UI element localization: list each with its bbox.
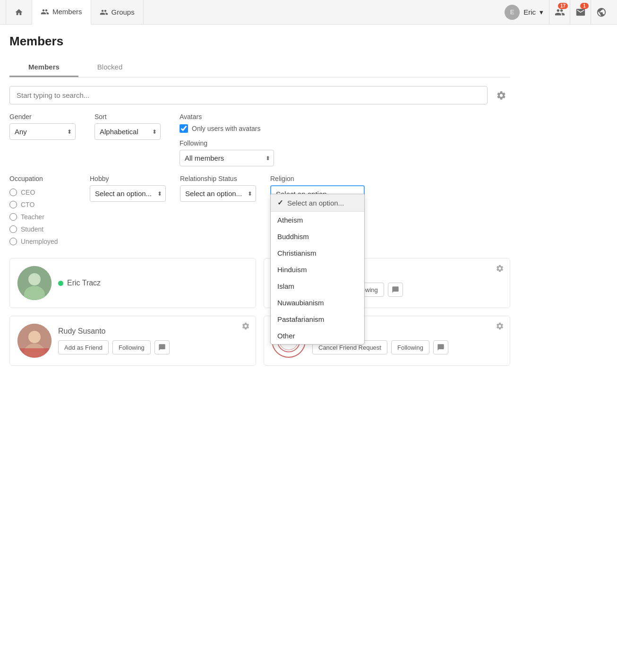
nav-groups-label: Groups — [111, 8, 135, 16]
radio-ceo-input[interactable] — [9, 189, 17, 196]
nav-groups[interactable]: Groups — [91, 0, 144, 25]
member-actions-rudy: Add as Friend Following — [58, 340, 248, 354]
main-content: Members Members Blocked Gender Any Male … — [0, 25, 520, 375]
occupation-filter: Occupation CEO CTO Teacher Student Unemp… — [9, 175, 76, 248]
radio-unemployed-label: Unemployed — [21, 238, 58, 245]
radio-cto-label: CTO — [21, 201, 34, 208]
svg-point-1 — [28, 273, 41, 285]
members-grid: Eric Tracz Matt Jaworski Friend Followi — [9, 258, 510, 366]
religion-option-christianism[interactable]: Christianism — [271, 245, 364, 261]
member-card-rudy-susanto: Rudy Susanto Add as Friend Following — [9, 316, 256, 366]
gender-select[interactable]: Any Male Female — [9, 123, 76, 140]
avatar-photo-rudy — [17, 324, 51, 358]
gender-filter: Gender Any Male Female — [9, 113, 76, 140]
add-friend-btn-rudy[interactable]: Add as Friend — [58, 340, 109, 354]
nav-globe-btn[interactable] — [591, 0, 611, 25]
nav-home[interactable] — [6, 0, 32, 25]
relstatus-label: Relationship Status — [180, 175, 256, 182]
radio-unemployed-input[interactable] — [9, 238, 17, 245]
svg-point-7 — [28, 331, 41, 343]
religion-option-select[interactable]: Select an option... — [271, 194, 364, 212]
sort-filter: Sort Alphabetical Newest Active Random — [94, 113, 161, 140]
friends-badge: 17 — [558, 3, 568, 9]
religion-option-other[interactable]: Other — [271, 327, 364, 344]
member-name-rudy: Rudy Susanto — [58, 327, 248, 336]
following-btn-rudy[interactable]: Following — [112, 340, 151, 354]
occupation-label: Occupation — [9, 175, 76, 182]
radio-cto[interactable]: CTO — [9, 198, 76, 211]
search-row — [9, 86, 510, 104]
radio-unemployed[interactable]: Unemployed — [9, 235, 76, 248]
chat-btn-rudy[interactable] — [154, 340, 170, 354]
gear-btn-rudy[interactable] — [241, 322, 250, 332]
nav-members[interactable]: Members — [32, 0, 91, 25]
hobby-label: Hobby — [90, 175, 166, 182]
radio-student[interactable]: Student — [9, 223, 76, 235]
chat-btn-timothy[interactable] — [433, 340, 448, 354]
avatar-photo-eric — [17, 266, 51, 300]
nav-members-label: Members — [52, 8, 82, 16]
following-select[interactable]: All members Following only — [180, 150, 274, 166]
avatars-label: Avatars — [180, 113, 274, 121]
relstatus-select[interactable]: Select an option... — [180, 185, 256, 202]
avatars-checkbox[interactable] — [180, 124, 188, 133]
avatars-filter: Avatars Only users with avatars Followin… — [180, 113, 274, 166]
search-input[interactable] — [9, 86, 488, 104]
nav-friends-btn[interactable]: 17 — [549, 0, 570, 25]
settings-gear-btn[interactable] — [492, 86, 510, 104]
radio-ceo-label: CEO — [21, 189, 35, 196]
avatar-eric-tracz — [17, 266, 51, 300]
tab-blocked[interactable]: Blocked — [78, 58, 141, 77]
online-indicator-eric — [58, 281, 63, 286]
tabs-bar: Members Blocked — [9, 58, 510, 78]
radio-teacher-input[interactable] — [9, 213, 17, 221]
chat-btn-matt[interactable] — [388, 283, 403, 297]
relstatus-filter: Relationship Status Select an option... — [180, 175, 256, 202]
gender-label: Gender — [9, 113, 76, 121]
religion-option-buddhism[interactable]: Buddhism — [271, 228, 364, 245]
gear-btn-matt[interactable] — [496, 264, 504, 274]
radio-cto-input[interactable] — [9, 201, 17, 208]
svg-rect-9 — [17, 348, 51, 358]
avatars-checkbox-label: Only users with avatars — [192, 125, 261, 132]
religion-filter: Religion Select an option... Select an o… — [270, 175, 365, 203]
sort-label: Sort — [94, 113, 161, 121]
member-info-eric: Eric Tracz — [58, 279, 248, 287]
nav-bar: Members Groups E Eric ▾ 17 1 — [0, 0, 617, 25]
following-label: Following — [180, 139, 274, 147]
religion-dropdown: Select an option... Atheism Buddhism Chr… — [270, 194, 365, 345]
hobby-select[interactable]: Select an option... — [90, 185, 166, 202]
filters-row-2: Occupation CEO CTO Teacher Student Unemp… — [9, 175, 510, 248]
nav-messages-btn[interactable]: 1 — [570, 0, 591, 25]
member-card-eric-tracz: Eric Tracz — [9, 258, 256, 308]
nav-user-avatar: E — [505, 5, 520, 20]
filters-row-1: Gender Any Male Female Sort Alphabetical… — [9, 113, 510, 166]
religion-label: Religion — [270, 175, 365, 182]
radio-student-input[interactable] — [9, 225, 17, 233]
radio-ceo[interactable]: CEO — [9, 186, 76, 198]
radio-teacher[interactable]: Teacher — [9, 211, 76, 223]
hobby-filter: Hobby Select an option... — [90, 175, 166, 202]
following-btn-timothy[interactable]: Following — [391, 340, 429, 354]
religion-option-pastafarianism[interactable]: Pastafarianism — [271, 311, 364, 327]
sort-select[interactable]: Alphabetical Newest Active Random — [94, 123, 161, 140]
page-title: Members — [9, 34, 510, 49]
member-info-rudy: Rudy Susanto Add as Friend Following — [58, 327, 248, 354]
nav-user-name: Eric — [523, 8, 536, 16]
member-name-eric: Eric Tracz — [58, 279, 248, 287]
religion-option-nuwaubianism[interactable]: Nuwaubianism — [271, 294, 364, 311]
religion-option-hinduism[interactable]: Hinduism — [271, 261, 364, 278]
radio-student-label: Student — [21, 225, 43, 233]
nav-dropdown-icon: ▾ — [540, 8, 543, 17]
messages-badge: 1 — [580, 3, 589, 9]
religion-option-islam[interactable]: Islam — [271, 278, 364, 294]
avatar-rudy-susanto — [17, 324, 51, 358]
radio-teacher-label: Teacher — [21, 213, 44, 221]
gear-btn-timothy[interactable] — [496, 322, 504, 332]
tab-members[interactable]: Members — [9, 58, 78, 77]
nav-user[interactable]: E Eric ▾ — [499, 5, 549, 20]
religion-option-atheism[interactable]: Atheism — [271, 212, 364, 228]
